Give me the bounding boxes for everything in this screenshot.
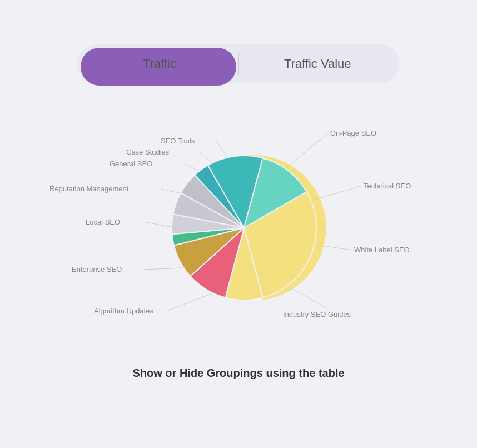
label-on-page-seo: On-Page SEO bbox=[330, 129, 376, 137]
label-algorithm: Algorithm Updates bbox=[94, 307, 153, 315]
label-line-industry-guides bbox=[283, 283, 327, 308]
toggle-bar: Traffic Traffic Value bbox=[77, 44, 400, 83]
label-reputation: Reputation Management bbox=[49, 185, 129, 193]
label-line-algorithm bbox=[166, 292, 216, 311]
chart-area: On-Page SEO Technical SEO White Label SE… bbox=[44, 94, 433, 361]
pie-segments-group bbox=[172, 156, 316, 300]
label-technical-seo: Technical SEO bbox=[364, 182, 411, 190]
label-general-seo: General SEO bbox=[110, 160, 152, 168]
label-white-label-seo: White Label SEO bbox=[354, 246, 410, 254]
label-local-seo: Local SEO bbox=[86, 218, 120, 226]
traffic-value-tab[interactable]: Traffic Value bbox=[239, 48, 397, 80]
label-seo-tools: SEO Tools bbox=[161, 137, 195, 145]
traffic-tab[interactable]: Traffic bbox=[81, 48, 238, 80]
label-industry-guides: Industry SEO Guides bbox=[283, 310, 351, 318]
label-case-studies: Case Studies bbox=[126, 148, 170, 156]
footer-text: Show or Hide Groupings using the table bbox=[132, 367, 344, 380]
pie-chart-svg: On-Page SEO Technical SEO White Label SE… bbox=[44, 94, 433, 361]
label-enterprise: Enterprise SEO bbox=[72, 265, 122, 273]
